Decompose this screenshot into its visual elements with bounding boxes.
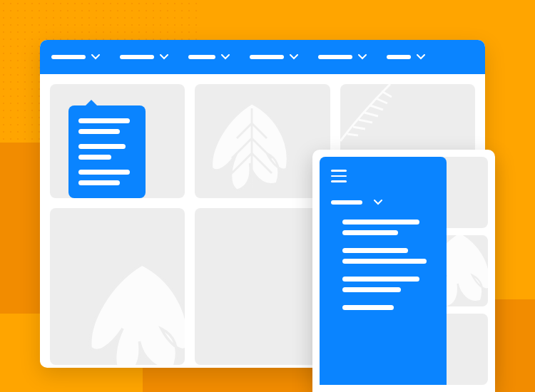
text-placeholder [342, 259, 427, 264]
text-placeholder [78, 155, 111, 160]
content-card[interactable] [50, 208, 185, 365]
dropdown-item[interactable] [78, 144, 136, 160]
nav-item[interactable] [120, 54, 168, 60]
mobile-submenu-item[interactable] [342, 248, 435, 264]
text-placeholder [342, 277, 419, 282]
fern-icon [340, 84, 404, 148]
text-placeholder [78, 180, 120, 185]
mobile-submenu [331, 220, 435, 310]
mobile-submenu-item[interactable] [342, 277, 435, 292]
text-placeholder [342, 248, 408, 253]
nav-label-placeholder [331, 200, 362, 205]
mobile-submenu-item[interactable] [342, 305, 435, 310]
chevron-down-icon [374, 200, 382, 205]
nav-item[interactable] [188, 54, 230, 60]
text-placeholder [342, 287, 401, 292]
text-placeholder [342, 305, 394, 310]
text-placeholder [78, 129, 120, 134]
chevron-down-icon [221, 54, 230, 60]
nav-label-placeholder [318, 55, 352, 59]
nav-label-placeholder [51, 55, 86, 59]
leaf-icon [78, 258, 185, 365]
hamburger-icon[interactable] [331, 170, 347, 182]
nav-label-placeholder [120, 55, 154, 59]
nav-label-placeholder [250, 55, 284, 59]
dropdown-item[interactable] [78, 170, 136, 185]
chevron-down-icon [290, 54, 298, 60]
text-placeholder [342, 220, 419, 225]
dropdown-item[interactable] [78, 118, 136, 134]
mobile-window [312, 150, 495, 392]
leaf-icon [202, 98, 302, 198]
nav-label-placeholder [188, 55, 215, 59]
desktop-navbar [40, 40, 485, 74]
text-placeholder [78, 144, 126, 149]
chevron-down-icon [358, 54, 367, 60]
text-placeholder [78, 118, 130, 123]
mobile-menu-panel [320, 157, 447, 385]
nav-item[interactable] [51, 54, 100, 60]
desktop-dropdown-menu [68, 105, 146, 198]
nav-item[interactable] [387, 54, 425, 60]
nav-label-placeholder [387, 55, 411, 59]
chevron-down-icon [160, 54, 168, 60]
nav-item[interactable] [318, 54, 367, 60]
text-placeholder [342, 230, 398, 235]
content-card[interactable] [195, 208, 330, 365]
mobile-nav-item[interactable] [331, 200, 435, 205]
chevron-down-icon [91, 54, 100, 60]
text-placeholder [78, 170, 130, 175]
nav-item[interactable] [250, 54, 298, 60]
content-card[interactable] [195, 84, 330, 198]
chevron-down-icon [417, 54, 425, 60]
mobile-submenu-item[interactable] [342, 220, 435, 235]
